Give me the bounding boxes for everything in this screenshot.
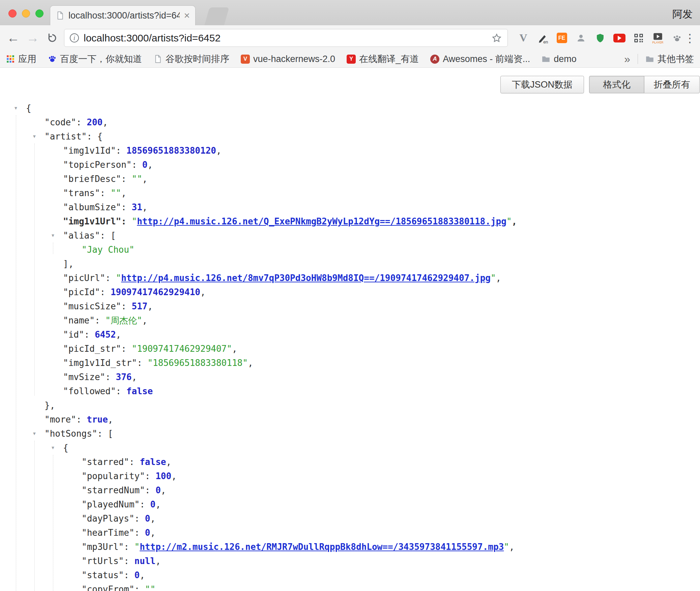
json-line: ▼"alias": [ <box>0 228 700 243</box>
bookmark-baidu[interactable]: 百度一下，你就知道 <box>48 53 142 65</box>
json-number-value: 0 <box>142 160 148 170</box>
menu-dots-icon[interactable]: ⋮ <box>683 25 697 51</box>
apps-grid-icon <box>6 55 15 63</box>
json-url-link[interactable]: http://p4.music.126.net/Q_ExePNkmgB2yWyL… <box>137 216 506 226</box>
profile-person-icon[interactable] <box>575 32 587 44</box>
translate-pen-icon[interactable]: en <box>536 32 549 44</box>
bookmark-label: 百度一下，你就知道 <box>60 53 142 65</box>
vimium-icon[interactable]: V <box>517 32 529 44</box>
site-info-icon[interactable]: i <box>70 33 79 42</box>
json-line: "starredNum": 0, <box>0 483 700 497</box>
collapse-all-button[interactable]: 折叠所有 <box>644 76 700 93</box>
youtube-icon[interactable] <box>613 32 625 44</box>
collapse-caret-icon[interactable]: ▼ <box>12 101 19 115</box>
shield-icon[interactable] <box>594 32 606 44</box>
json-bool-value: true <box>87 414 108 425</box>
json-line: "followed": false <box>0 384 700 398</box>
json-line: "img1v1Id": 18569651883380120, <box>0 144 700 158</box>
json-key: "rtUrls" <box>82 556 124 566</box>
other-bookmarks-folder[interactable]: 其他书签 <box>645 53 694 65</box>
json-line: "albumSize": 31, <box>0 200 700 214</box>
json-key: "more" <box>45 414 76 425</box>
close-window-button[interactable] <box>8 9 17 18</box>
json-line: "rtUrls": null, <box>0 554 700 568</box>
json-number-value: 6452 <box>95 330 116 340</box>
json-number-value: 0 <box>135 570 140 580</box>
page-icon <box>153 55 162 63</box>
json-url-link[interactable]: http://p4.music.126.net/8mv7qP30Pd3oHW8b… <box>121 273 491 283</box>
paw-icon[interactable] <box>671 32 683 44</box>
json-number-value: 19097417462929410 <box>111 287 200 297</box>
json-key: "dayPlays" <box>82 514 135 524</box>
download-json-button[interactable]: 下载JSON数据 <box>500 76 584 93</box>
baidu-paw-icon <box>48 55 57 63</box>
json-line: "hearTime": 0, <box>0 526 700 540</box>
json-line: "img1v1Id_str": "18569651883380118", <box>0 356 700 370</box>
bookmark-awesomes[interactable]: A Awesomes - 前端资... <box>430 53 530 65</box>
bookmarks-overflow-chevron[interactable]: » <box>624 53 630 65</box>
fe-icon[interactable]: FE <box>556 32 568 44</box>
json-key: "img1v1Url" <box>63 216 121 226</box>
svg-text:en: en <box>543 39 548 43</box>
json-key: "starred" <box>82 457 129 467</box>
json-line-highlighted: "img1v1Url": "http://p4.music.126.net/Q_… <box>0 214 700 228</box>
collapse-caret-icon[interactable]: ▼ <box>31 129 38 144</box>
tree-guide-line <box>16 115 16 591</box>
collapse-caret-icon[interactable]: ▼ <box>50 228 56 243</box>
json-number-value: 100 <box>155 471 171 481</box>
qr-code-icon[interactable] <box>633 32 645 44</box>
json-key: "status" <box>82 570 124 580</box>
json-line: "code": 200, <box>0 115 700 129</box>
format-button[interactable]: 格式化 <box>589 76 644 93</box>
new-tab-button[interactable] <box>204 7 229 25</box>
json-key: "popularity" <box>82 471 145 481</box>
collapse-caret-icon[interactable]: ▼ <box>31 427 38 441</box>
awesomes-badge-icon: A <box>430 55 439 64</box>
json-number-value: 18569651883380120 <box>126 146 216 156</box>
maximize-window-button[interactable] <box>35 9 43 18</box>
minimize-window-button[interactable] <box>22 9 30 18</box>
json-key: "followed" <box>63 386 116 396</box>
folder-icon <box>645 55 654 63</box>
json-string-value: "" <box>145 584 155 591</box>
bookmark-star-icon[interactable] <box>491 33 502 43</box>
json-number-value: 0 <box>145 528 150 538</box>
json-string-value: "18569651883380118" <box>147 358 247 368</box>
json-line: "trans": "", <box>0 186 700 200</box>
json-string-value: "Jay Chou" <box>82 245 135 255</box>
collapse-caret-icon[interactable]: ▼ <box>50 441 56 455</box>
json-line: "picUrl": "http://p4.music.126.net/8mv7q… <box>0 271 700 285</box>
tab-title: localhost:3000/artists?id=645 <box>68 10 180 21</box>
json-null-value: null <box>135 556 156 566</box>
tab-close-icon[interactable]: × <box>184 10 190 21</box>
bookmark-vue-hackernews[interactable]: V vue-hackernews-2.0 <box>241 54 335 64</box>
browser-tab[interactable]: localhost:3000/artists?id=645 × <box>50 5 196 25</box>
url-text[interactable]: localhost:3000/artists?id=6452 <box>84 32 487 44</box>
json-line: ▼{ <box>0 101 700 115</box>
reload-button[interactable] <box>45 25 60 51</box>
bookmark-youdao-translate[interactable]: Y 在线翻译_有道 <box>347 53 419 65</box>
profile-name[interactable]: 阿发 <box>672 7 693 21</box>
json-key: "briefDesc" <box>63 174 121 184</box>
json-line: ▼"artist": { <box>0 129 700 144</box>
bookmark-demo-folder[interactable]: demo <box>542 54 577 64</box>
json-string-value: "19097417462929407" <box>132 344 232 354</box>
browser-toolbar: ← → i localhost:3000/artists?id=6452 V e… <box>0 25 700 51</box>
bookmark-apps[interactable]: 应用 <box>6 53 36 65</box>
json-number-value: 0 <box>145 514 150 524</box>
json-key: "copyFrom" <box>82 584 135 591</box>
json-key: "trans" <box>63 188 100 198</box>
json-line: ▼"hotSongs": [ <box>0 427 700 441</box>
json-line: "picId_str": "19097417462929407", <box>0 342 700 356</box>
back-button[interactable]: ← <box>5 25 21 51</box>
json-url-link[interactable]: http://m2.music.126.net/RMJR7wDullRqppBk… <box>140 542 504 552</box>
other-bookmarks-label: 其他书签 <box>658 53 694 65</box>
tree-guide-line <box>53 243 53 254</box>
bookmark-label: Awesomes - 前端资... <box>443 53 530 65</box>
json-key: "img1v1Id_str" <box>63 358 137 368</box>
folder-icon <box>542 55 550 63</box>
extensions-area: V en FE <box>517 25 683 51</box>
address-bar[interactable]: i localhost:3000/artists?id=6452 <box>64 29 508 47</box>
bookmark-google-sort[interactable]: 谷歌按时间排序 <box>153 53 229 65</box>
player-icon[interactable]: PLAYER <box>652 32 664 44</box>
